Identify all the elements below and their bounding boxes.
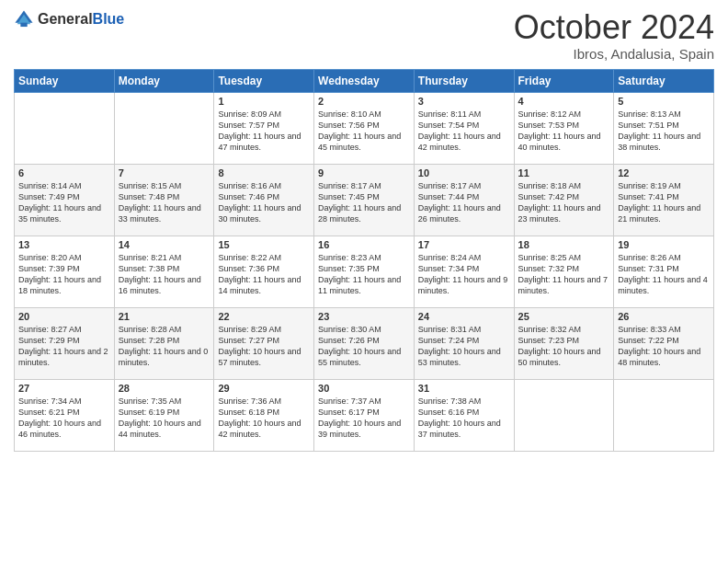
day-number: 20 [18, 311, 110, 322]
day-cell: 11Sunrise: 8:18 AM Sunset: 7:42 PM Dayli… [514, 164, 614, 236]
day-info: Sunrise: 8:16 AM Sunset: 7:46 PM Dayligh… [218, 180, 310, 225]
day-info: Sunrise: 8:19 AM Sunset: 7:41 PM Dayligh… [618, 180, 710, 225]
logo-icon [14, 9, 34, 29]
day-info: Sunrise: 8:12 AM Sunset: 7:53 PM Dayligh… [518, 109, 610, 154]
day-cell: 6Sunrise: 8:14 AM Sunset: 7:49 PM Daylig… [15, 164, 115, 236]
day-number: 26 [618, 311, 710, 322]
day-info: Sunrise: 8:22 AM Sunset: 7:36 PM Dayligh… [218, 252, 310, 297]
day-cell: 28Sunrise: 7:35 AM Sunset: 6:19 PM Dayli… [114, 379, 214, 451]
day-cell: 1Sunrise: 8:09 AM Sunset: 7:57 PM Daylig… [214, 92, 314, 164]
day-info: Sunrise: 7:38 AM Sunset: 6:16 PM Dayligh… [418, 396, 510, 441]
day-number: 7 [119, 167, 210, 178]
day-info: Sunrise: 8:25 AM Sunset: 7:32 PM Dayligh… [518, 252, 610, 297]
day-cell: 24Sunrise: 8:31 AM Sunset: 7:24 PM Dayli… [414, 307, 514, 379]
col-thursday: Thursday [414, 69, 514, 92]
logo: General Blue [14, 9, 124, 29]
logo-blue: Blue [93, 12, 125, 27]
day-cell: 9Sunrise: 8:17 AM Sunset: 7:45 PM Daylig… [314, 164, 415, 236]
day-number: 17 [418, 239, 510, 250]
day-info: Sunrise: 8:30 AM Sunset: 7:26 PM Dayligh… [318, 324, 410, 369]
day-info: Sunrise: 8:21 AM Sunset: 7:38 PM Dayligh… [119, 252, 210, 297]
day-info: Sunrise: 8:09 AM Sunset: 7:57 PM Dayligh… [218, 109, 310, 154]
day-number: 22 [218, 311, 310, 322]
day-number: 12 [618, 167, 710, 178]
col-wednesday: Wednesday [314, 69, 415, 92]
day-info: Sunrise: 8:32 AM Sunset: 7:23 PM Dayligh… [518, 324, 610, 369]
day-cell: 31Sunrise: 7:38 AM Sunset: 6:16 PM Dayli… [414, 379, 514, 451]
day-number: 5 [618, 96, 710, 107]
week-row-3: 13Sunrise: 8:20 AM Sunset: 7:39 PM Dayli… [15, 236, 714, 307]
day-cell: 23Sunrise: 8:30 AM Sunset: 7:26 PM Dayli… [314, 307, 415, 379]
day-info: Sunrise: 8:29 AM Sunset: 7:27 PM Dayligh… [218, 324, 310, 369]
day-cell: 4Sunrise: 8:12 AM Sunset: 7:53 PM Daylig… [514, 92, 614, 164]
day-number: 28 [119, 383, 210, 394]
col-tuesday: Tuesday [214, 69, 314, 92]
day-cell [614, 379, 714, 451]
col-monday: Monday [114, 69, 214, 92]
svg-rect-2 [20, 23, 27, 27]
header-row: Sunday Monday Tuesday Wednesday Thursday… [15, 69, 714, 92]
day-info: Sunrise: 8:31 AM Sunset: 7:24 PM Dayligh… [418, 324, 510, 369]
day-number: 6 [18, 167, 110, 178]
week-row-5: 27Sunrise: 7:34 AM Sunset: 6:21 PM Dayli… [15, 379, 714, 451]
title-area: October 2024 Ibros, Andalusia, Spain [514, 9, 714, 62]
day-number: 9 [318, 167, 410, 178]
day-info: Sunrise: 7:36 AM Sunset: 6:18 PM Dayligh… [218, 396, 310, 441]
day-cell: 10Sunrise: 8:17 AM Sunset: 7:44 PM Dayli… [414, 164, 514, 236]
day-number: 11 [518, 167, 610, 178]
day-number: 2 [318, 96, 410, 107]
day-cell: 20Sunrise: 8:27 AM Sunset: 7:29 PM Dayli… [15, 307, 115, 379]
day-info: Sunrise: 8:17 AM Sunset: 7:45 PM Dayligh… [318, 180, 410, 225]
day-number: 21 [119, 311, 210, 322]
day-cell: 17Sunrise: 8:24 AM Sunset: 7:34 PM Dayli… [414, 236, 514, 307]
day-info: Sunrise: 8:13 AM Sunset: 7:51 PM Dayligh… [618, 109, 710, 154]
day-number: 4 [518, 96, 610, 107]
day-cell: 7Sunrise: 8:15 AM Sunset: 7:48 PM Daylig… [114, 164, 214, 236]
day-info: Sunrise: 8:14 AM Sunset: 7:49 PM Dayligh… [18, 180, 110, 225]
day-info: Sunrise: 8:28 AM Sunset: 7:28 PM Dayligh… [119, 324, 210, 369]
page: General Blue October 2024 Ibros, Andalus… [0, 0, 728, 563]
day-info: Sunrise: 8:20 AM Sunset: 7:39 PM Dayligh… [18, 252, 110, 297]
day-info: Sunrise: 8:33 AM Sunset: 7:22 PM Dayligh… [618, 324, 710, 369]
day-cell [15, 92, 115, 164]
day-cell [114, 92, 214, 164]
day-number: 18 [518, 239, 610, 250]
logo-text: General Blue [38, 12, 124, 27]
day-number: 25 [518, 311, 610, 322]
day-info: Sunrise: 8:11 AM Sunset: 7:54 PM Dayligh… [418, 109, 510, 154]
calendar: Sunday Monday Tuesday Wednesday Thursday… [14, 69, 714, 452]
day-cell: 3Sunrise: 8:11 AM Sunset: 7:54 PM Daylig… [414, 92, 514, 164]
day-cell: 8Sunrise: 8:16 AM Sunset: 7:46 PM Daylig… [214, 164, 314, 236]
day-number: 13 [18, 239, 110, 250]
day-info: Sunrise: 7:37 AM Sunset: 6:17 PM Dayligh… [318, 396, 410, 441]
day-cell: 30Sunrise: 7:37 AM Sunset: 6:17 PM Dayli… [314, 379, 415, 451]
day-number: 31 [418, 383, 510, 394]
day-number: 1 [218, 96, 310, 107]
day-cell: 18Sunrise: 8:25 AM Sunset: 7:32 PM Dayli… [514, 236, 614, 307]
col-sunday: Sunday [15, 69, 115, 92]
day-number: 3 [418, 96, 510, 107]
header: General Blue October 2024 Ibros, Andalus… [14, 9, 714, 62]
day-number: 16 [318, 239, 410, 250]
month-title: October 2024 [514, 9, 714, 46]
day-info: Sunrise: 8:23 AM Sunset: 7:35 PM Dayligh… [318, 252, 410, 297]
day-cell: 26Sunrise: 8:33 AM Sunset: 7:22 PM Dayli… [614, 307, 714, 379]
day-cell: 21Sunrise: 8:28 AM Sunset: 7:28 PM Dayli… [114, 307, 214, 379]
col-saturday: Saturday [614, 69, 714, 92]
logo-general: General [38, 12, 93, 27]
day-cell: 13Sunrise: 8:20 AM Sunset: 7:39 PM Dayli… [15, 236, 115, 307]
day-cell: 29Sunrise: 7:36 AM Sunset: 6:18 PM Dayli… [214, 379, 314, 451]
day-cell: 14Sunrise: 8:21 AM Sunset: 7:38 PM Dayli… [114, 236, 214, 307]
day-info: Sunrise: 8:18 AM Sunset: 7:42 PM Dayligh… [518, 180, 610, 225]
day-info: Sunrise: 7:34 AM Sunset: 6:21 PM Dayligh… [18, 396, 110, 441]
day-number: 23 [318, 311, 410, 322]
day-cell: 15Sunrise: 8:22 AM Sunset: 7:36 PM Dayli… [214, 236, 314, 307]
week-row-1: 1Sunrise: 8:09 AM Sunset: 7:57 PM Daylig… [15, 92, 714, 164]
day-info: Sunrise: 8:10 AM Sunset: 7:56 PM Dayligh… [318, 109, 410, 154]
day-cell: 2Sunrise: 8:10 AM Sunset: 7:56 PM Daylig… [314, 92, 415, 164]
day-number: 24 [418, 311, 510, 322]
day-number: 15 [218, 239, 310, 250]
day-info: Sunrise: 7:35 AM Sunset: 6:19 PM Dayligh… [119, 396, 210, 441]
day-info: Sunrise: 8:17 AM Sunset: 7:44 PM Dayligh… [418, 180, 510, 225]
day-cell: 22Sunrise: 8:29 AM Sunset: 7:27 PM Dayli… [214, 307, 314, 379]
